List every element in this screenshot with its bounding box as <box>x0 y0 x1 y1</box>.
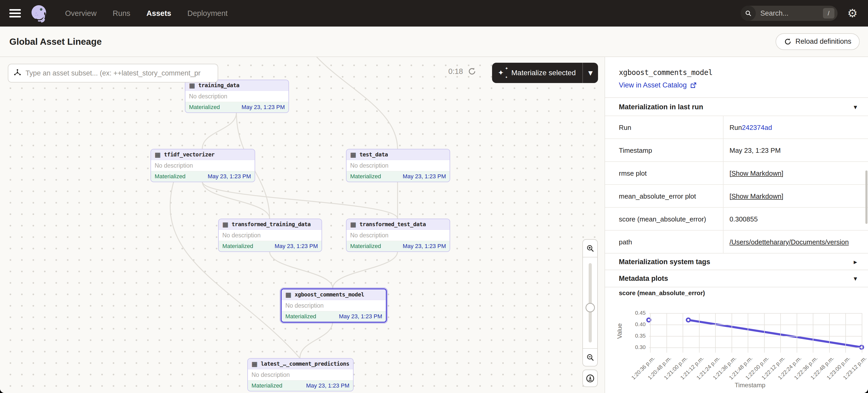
refresh-icon[interactable] <box>468 67 476 76</box>
nav-tab-overview[interactable]: Overview <box>65 9 97 18</box>
asset-details-panel: xgboost_comments_model View in Asset Cat… <box>604 57 868 393</box>
metadata-value: 0.300855 <box>730 208 867 231</box>
status-badge: Materialized <box>350 243 381 250</box>
chevron-down-icon: ▾ <box>854 103 857 111</box>
table-icon: ▦ <box>155 152 161 158</box>
metadata-row-Run: RunRun 242374ad <box>605 116 868 138</box>
section-metadata-plots[interactable]: Metadata plots ▾ <box>605 270 868 287</box>
metadata-value: May 23, 1:23 PM <box>730 139 867 162</box>
sparkles-icon: ✦✦✦ <box>498 67 508 78</box>
asset-title: xgboost_comments_model <box>619 68 713 77</box>
asset-node-tfidf_vectorizer[interactable]: ▦ tfidf_vectorizer No description Materi… <box>151 149 255 182</box>
status-badge: Materialized <box>189 104 220 110</box>
table-icon: ▦ <box>251 361 258 367</box>
nav-tab-runs[interactable]: Runs <box>113 9 130 18</box>
asset-description: No description <box>346 230 450 241</box>
status-badge: Materialized <box>155 173 186 180</box>
metadata-value: [Show Markdown] <box>730 162 867 185</box>
search-icon <box>741 6 756 21</box>
chevron-down-icon: ▾ <box>854 274 857 283</box>
status-badge: Materialized <box>350 173 381 180</box>
graph-toolbar: Type an asset subset... (ex: ++latest_st… <box>0 57 604 86</box>
asset-description: No description <box>151 160 255 171</box>
page-header: Global Asset Lineage Reload definitions <box>0 27 868 57</box>
zoom-controls <box>582 239 598 366</box>
menu-icon[interactable] <box>9 9 21 18</box>
settings-gear-icon[interactable]: ⚙ <box>847 7 858 19</box>
metadata-row-Timestamp: TimestampMay 23, 1:23 PM <box>605 138 868 161</box>
asset-filter-placeholder: Type an asset subset... (ex: ++latest_st… <box>26 69 200 77</box>
metadata-row-mean-absolute-error-plot: mean_absolute_error plot[Show Markdown] <box>605 184 868 207</box>
asset-name: xgboost_comments_model <box>295 292 364 298</box>
nav-tab-deployment[interactable]: Deployment <box>187 9 228 18</box>
section-materialization-last-run[interactable]: Materialization in last run ▾ <box>605 97 868 116</box>
status-badge: Materialized <box>251 382 282 389</box>
asset-description: No description <box>219 230 321 241</box>
zoom-in-button[interactable] <box>583 240 597 257</box>
score-line-chart: Value Timestamp 0.450.400.350.301:20:36 … <box>615 299 867 392</box>
dagster-logo-icon[interactable] <box>28 3 50 24</box>
asset-name: transformed_test_data <box>360 221 426 227</box>
view-in-asset-catalog-link[interactable]: View in Asset Catalog <box>619 81 697 89</box>
asset-description: No description <box>185 91 288 102</box>
global-search-input[interactable]: Search... / <box>741 6 838 21</box>
table-icon: ▦ <box>350 221 356 228</box>
metadata-value: /Users/odetteharary/Documents/version <box>730 231 867 254</box>
zoom-slider[interactable] <box>583 257 597 348</box>
download-image-button[interactable] <box>582 369 598 387</box>
asset-name: transformed_training_data <box>232 221 311 227</box>
nav-tab-assets[interactable]: Assets <box>147 9 171 18</box>
section-system-tags[interactable]: Materialization system tags ▸ <box>605 253 868 270</box>
asset-node-test_data[interactable]: ▦ test_data No description Materialized … <box>346 149 450 182</box>
asset-node-transformed_test_data[interactable]: ▦ transformed_test_data No description M… <box>346 219 450 252</box>
materialization-time: May 23, 1:23 PM <box>242 104 285 110</box>
reload-definitions-button[interactable]: Reload definitions <box>776 33 860 50</box>
materialize-selected-button[interactable]: ✦✦✦ Materialize selected ▼ <box>492 63 598 83</box>
materialization-time: May 23, 1:23 PM <box>339 313 382 320</box>
metadata-label: score (mean_absolute_error) <box>619 208 706 231</box>
metadata-row-path: path/Users/odetteharary/Documents/versio… <box>605 230 868 253</box>
asset-description: No description <box>282 300 386 311</box>
run-id-link[interactable]: 242374ad <box>742 124 772 132</box>
asset-node-xgboost_comments_model[interactable]: ▦ xgboost_comments_model No description … <box>281 288 387 323</box>
table-icon: ▦ <box>222 221 228 228</box>
chart-y-tick: 0.40 <box>625 321 646 327</box>
materialization-time: May 23, 1:23 PM <box>403 173 446 180</box>
materialization-time: May 23, 1:23 PM <box>275 243 318 250</box>
metadata-value: Run 242374ad <box>730 116 867 139</box>
asset-node-latest_…_comment_predictions[interactable]: ▦ latest_…_comment_predictions No descri… <box>247 358 353 391</box>
metadata-link[interactable]: [Show Markdown] <box>730 169 783 177</box>
metadata-link[interactable]: /Users/odetteharary/Documents/version <box>730 238 849 246</box>
metadata-link[interactable]: [Show Markdown] <box>730 192 783 200</box>
external-link-icon <box>690 82 697 89</box>
asset-description: No description <box>248 369 353 381</box>
chart-y-tick: 0.30 <box>625 344 646 350</box>
refresh-icon <box>784 38 792 45</box>
status-badge: Materialized <box>285 313 316 320</box>
asset-name: tfidf_vectorizer <box>164 152 215 158</box>
top-nav: OverviewRunsAssetsDeployment Search... /… <box>0 0 868 27</box>
metadata-label: Run <box>619 116 631 139</box>
timer-value: 0:18 <box>448 67 463 76</box>
asset-filter-input[interactable]: Type an asset subset... (ex: ++latest_st… <box>8 64 218 83</box>
chevron-right-icon: ▸ <box>854 258 857 266</box>
metadata-label: mean_absolute_error plot <box>619 185 696 208</box>
materialize-dropdown-caret[interactable]: ▼ <box>583 70 598 76</box>
search-placeholder: Search... <box>761 9 823 18</box>
table-icon: ▦ <box>285 292 291 298</box>
asset-node-transformed_training_data[interactable]: ▦ transformed_training_data No descripti… <box>218 219 322 252</box>
nav-links: OverviewRunsAssetsDeployment <box>65 9 227 18</box>
materialization-time: May 23, 1:23 PM <box>208 173 251 180</box>
app-window: OverviewRunsAssetsDeployment Search... /… <box>0 0 868 393</box>
asset-graph-icon <box>13 69 21 78</box>
metadata-row-score-mean-absolute-error-: score (mean_absolute_error)0.300855 <box>605 207 868 230</box>
panel-scrollbar[interactable] <box>865 170 867 224</box>
asset-description: No description <box>346 160 450 171</box>
materialization-time: May 23, 1:23 PM <box>403 243 446 250</box>
search-shortcut-badge: / <box>823 8 834 19</box>
lineage-graph-canvas[interactable]: ▦ training_data No description Materiali… <box>0 57 604 393</box>
status-badge: Materialized <box>222 243 253 250</box>
zoom-out-button[interactable] <box>583 348 597 366</box>
zoom-slider-handle[interactable] <box>586 303 595 312</box>
metadata-label: rmse plot <box>619 162 647 185</box>
